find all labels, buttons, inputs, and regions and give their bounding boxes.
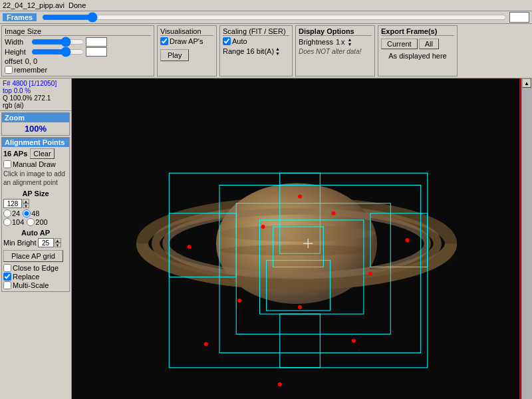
- remember-checkbox[interactable]: [5, 66, 13, 74]
- image-area[interactable]: [72, 78, 521, 399]
- ap-hint: Click in image to add an alignment point: [3, 170, 68, 187]
- svg-point-22: [204, 342, 208, 346]
- svg-point-27: [352, 338, 356, 342]
- svg-point-26: [368, 272, 372, 276]
- app-title: 22_04_12_pipp.avi: [3, 1, 65, 9]
- offset-label: offset: [5, 57, 23, 65]
- visualisation-header: Visualisation: [160, 27, 213, 36]
- range-down-arrow[interactable]: ▼: [275, 51, 282, 56]
- replace-checkbox[interactable]: [3, 273, 11, 281]
- ap-count: 16 APs: [3, 150, 27, 158]
- close-edge-checkbox[interactable]: [3, 264, 11, 272]
- offset-value: 0, 0: [25, 57, 37, 65]
- svg-point-4: [217, 225, 376, 241]
- range-up-arrow[interactable]: ▲: [275, 47, 282, 51]
- rgb-text: rgb (ai): [3, 102, 68, 109]
- height-label: Height: [5, 48, 30, 56]
- remember-label: remember: [14, 66, 47, 74]
- svg-point-24: [261, 225, 265, 229]
- manual-draw-checkbox[interactable]: [3, 160, 11, 168]
- frames-slider[interactable]: [42, 14, 507, 21]
- width-value[interactable]: 680: [86, 37, 107, 47]
- radio-24[interactable]: [3, 209, 11, 217]
- range-label: Range 16 bit(A): [223, 47, 274, 55]
- radio-104[interactable]: [3, 218, 11, 226]
- as-displayed-text: As displayed here: [381, 52, 454, 60]
- close-edge-label: Close to Edge: [13, 264, 59, 272]
- does-not-alter-text: Does NOT alter data!: [299, 48, 372, 55]
- brightness-down-arrow[interactable]: ▼: [348, 42, 354, 47]
- svg-point-23: [278, 382, 282, 386]
- ap-size-header: AP Size: [3, 190, 68, 198]
- draw-aps-checkbox[interactable]: [160, 37, 168, 45]
- red-vertical-line: [519, 78, 521, 399]
- right-scrollbar: ▲ ▼: [521, 78, 532, 399]
- auto-ap-header: Auto AP: [3, 229, 68, 237]
- brightness-unit: x: [341, 38, 345, 46]
- radio-104-label: 104: [12, 218, 24, 226]
- zoom-header: Zoom: [2, 113, 69, 122]
- all-button[interactable]: All: [419, 39, 439, 49]
- ap-header: Alignment Points: [2, 138, 69, 147]
- width-label: Width: [5, 38, 30, 46]
- radio-200[interactable]: [27, 218, 35, 226]
- ap-size-up[interactable]: ▲: [23, 199, 29, 203]
- ap-size-down[interactable]: ▼: [23, 203, 29, 208]
- bottom-area: F# 4800 [1/12050] top 0.0 % Q 100.0% 272…: [0, 78, 532, 399]
- place-ap-grid-button[interactable]: Place AP grid: [3, 250, 63, 262]
- app-container: 22_04_12_pipp.avi Done Frames 1 Image Si…: [0, 0, 532, 399]
- svg-point-29: [405, 238, 409, 242]
- svg-point-31: [298, 305, 302, 309]
- radio-24-label: 24: [12, 209, 20, 217]
- min-bright-label: Min Bright: [3, 239, 37, 247]
- current-button[interactable]: Current: [381, 39, 418, 49]
- frame-number[interactable]: 1: [509, 12, 529, 23]
- min-bright-value: 25: [38, 238, 54, 247]
- export-header: Export Frame(s): [381, 27, 454, 36]
- saturn-svg: [72, 78, 521, 399]
- auto-checkbox[interactable]: [223, 37, 231, 45]
- zoom-value: 100%: [25, 124, 47, 134]
- svg-point-21: [237, 299, 241, 303]
- toolbar: Image Size Width 680 Height 680 offset 0…: [0, 24, 532, 78]
- svg-point-5: [219, 245, 374, 255]
- radio-48[interactable]: [23, 209, 31, 217]
- image-size-header: Image Size: [5, 27, 151, 36]
- app-status: Done: [68, 1, 86, 9]
- scaling-header: Scaling (FIT / SER): [223, 27, 289, 36]
- brightness-value: 1: [336, 38, 340, 46]
- brightness-label: Brightness: [299, 38, 333, 46]
- radio-48-label: 48: [31, 209, 39, 217]
- draw-aps-label: Draw AP's: [170, 37, 203, 45]
- play-button[interactable]: Play: [160, 49, 189, 61]
- frames-label: Frames: [3, 13, 37, 21]
- top-text: top 0.0 %: [3, 87, 68, 94]
- radio-200-label: 200: [35, 218, 47, 226]
- manual-draw-label: Manual Draw: [13, 160, 56, 168]
- f-number-text: F# 4800 [1/12050]: [3, 80, 68, 87]
- min-bright-down[interactable]: ▼: [55, 243, 61, 247]
- svg-point-30: [298, 195, 302, 199]
- scroll-up-button[interactable]: ▲: [522, 78, 531, 88]
- clear-button[interactable]: Clear: [30, 148, 54, 159]
- multi-scale-label: Multi-Scale: [13, 281, 49, 289]
- multi-scale-checkbox[interactable]: [3, 281, 11, 289]
- svg-point-28: [188, 245, 192, 249]
- ap-size-value: 128: [3, 199, 22, 208]
- scroll-track: [522, 88, 532, 399]
- width-slider[interactable]: [31, 39, 84, 45]
- replace-label: Replace: [13, 273, 39, 281]
- brightness-up-arrow[interactable]: ▲: [348, 37, 354, 42]
- height-value[interactable]: 680: [86, 47, 107, 57]
- q-text: Q 100.0% 272.1: [3, 94, 68, 102]
- min-bright-up[interactable]: ▲: [55, 238, 61, 243]
- display-options-header: Display Options: [299, 27, 372, 36]
- height-slider[interactable]: [31, 49, 84, 55]
- auto-label: Auto: [232, 37, 247, 45]
- svg-point-25: [331, 211, 335, 215]
